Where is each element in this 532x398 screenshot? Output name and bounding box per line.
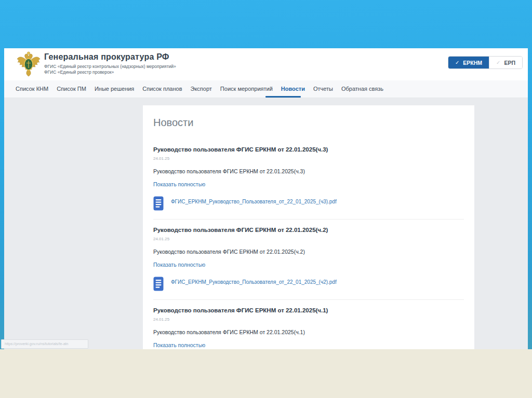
erknm-toggle-button[interactable]: ✓ ЕРКНМ <box>448 57 489 68</box>
registry-toggle: ✓ ЕРКНМ ✓ ЕРП <box>448 56 523 69</box>
slide-footer-band <box>0 349 532 398</box>
double-eagle-emblem-icon <box>16 51 42 78</box>
content-area: Новости Руководство пользователя ФГИС ЕР… <box>4 98 528 349</box>
site-subtitle-1: ФГИС «Единый реестр контрольных (надзорн… <box>44 64 176 70</box>
prosecutor-emblem-logo <box>16 51 42 78</box>
slide-background: Генеральная прокуратура РФ ФГИС «Единый … <box>0 0 532 398</box>
attachment-file-name[interactable]: ФГИС_ЕРКНМ_Руководство_Пользователя_от_2… <box>171 277 337 285</box>
erp-toggle-button[interactable]: ✓ ЕРП <box>489 57 522 68</box>
nav-item-spisok-knm[interactable]: Список КНМ <box>16 80 48 98</box>
attachment-link[interactable]: ФГИС_ЕРКНМ_Руководство_Пользователя_от_2… <box>153 277 464 291</box>
attachment-link[interactable]: ФГИС_ЕРКНМ_Руководство_Пользователя_от_2… <box>153 196 464 211</box>
nav-item-spisok-planov[interactable]: Список планов <box>142 80 182 98</box>
show-more-link[interactable]: Показать полностью <box>153 342 205 348</box>
show-more-link[interactable]: Показать полностью <box>153 262 205 268</box>
erp-label: ЕРП <box>504 60 515 66</box>
site-header: Генеральная прокуратура РФ ФГИС «Единый … <box>4 48 528 80</box>
page-title: Новости <box>153 117 464 129</box>
news-description: Руководство пользователя ФГИС ЕРКНМ от 2… <box>153 249 464 255</box>
pdf-document-icon <box>153 196 164 211</box>
erknm-label: ЕРКНМ <box>463 60 482 66</box>
site-title: Генеральная прокуратура РФ <box>44 52 176 62</box>
nav-item-eksport[interactable]: Экспорт <box>191 80 212 98</box>
pdf-document-icon <box>153 277 164 291</box>
nav-item-novosti[interactable]: Новости <box>281 80 305 98</box>
browser-viewport: Генеральная прокуратура РФ ФГИС «Единый … <box>4 48 528 349</box>
news-item: Руководство пользователя ФГИС ЕРКНМ от 2… <box>153 146 464 219</box>
site-subtitle-2: ФГИС «Единый реестр проверок» <box>44 70 176 75</box>
nav-item-spisok-pm[interactable]: Список ПМ <box>57 80 86 98</box>
news-title: Руководство пользователя ФГИС ЕРКНМ от 2… <box>153 307 464 313</box>
site-titles: Генеральная прокуратура РФ ФГИС «Единый … <box>44 52 176 75</box>
nav-item-inye-resheniya[interactable]: Иные решения <box>95 80 134 98</box>
news-description: Руководство пользователя ФГИС ЕРКНМ от 2… <box>153 329 464 335</box>
main-nav: Список КНМ Список ПМ Иные решения Список… <box>4 80 528 98</box>
news-item: Руководство пользователя ФГИС ЕРКНМ от 2… <box>153 219 464 300</box>
news-date: 24.01.25 <box>153 317 464 322</box>
news-date: 24.01.25 <box>153 237 464 241</box>
check-icon: ✓ <box>455 60 459 65</box>
nav-item-otchety[interactable]: Отчеты <box>313 80 333 98</box>
news-date: 24.01.25 <box>153 156 464 161</box>
news-title: Руководство пользователя ФГИС ЕРКНМ от 2… <box>153 227 464 233</box>
news-description: Руководство пользователя ФГИС ЕРКНМ от 2… <box>153 168 464 174</box>
nav-item-obratnaya-svyaz[interactable]: Обратная связь <box>341 80 383 98</box>
show-more-link[interactable]: Показать полностью <box>153 181 205 187</box>
news-item: Руководство пользователя ФГИС ЕРКНМ от 2… <box>153 300 464 349</box>
check-icon: ✓ <box>496 60 500 65</box>
news-title: Руководство пользователя ФГИС ЕРКНМ от 2… <box>153 146 464 153</box>
link-preview-tooltip: https://proverki.gov.ru/ns/tutorials/fe-… <box>1 339 88 349</box>
news-card: Новости Руководство пользователя ФГИС ЕР… <box>143 105 474 349</box>
attachment-file-name[interactable]: ФГИС_ЕРКНМ_Руководство_Пользователя_от_2… <box>171 196 337 204</box>
link-preview-url: https://proverki.gov.ru/ns/tutorials/fe-… <box>5 342 68 346</box>
nav-item-poisk[interactable]: Поиск мероприятий <box>220 80 273 98</box>
